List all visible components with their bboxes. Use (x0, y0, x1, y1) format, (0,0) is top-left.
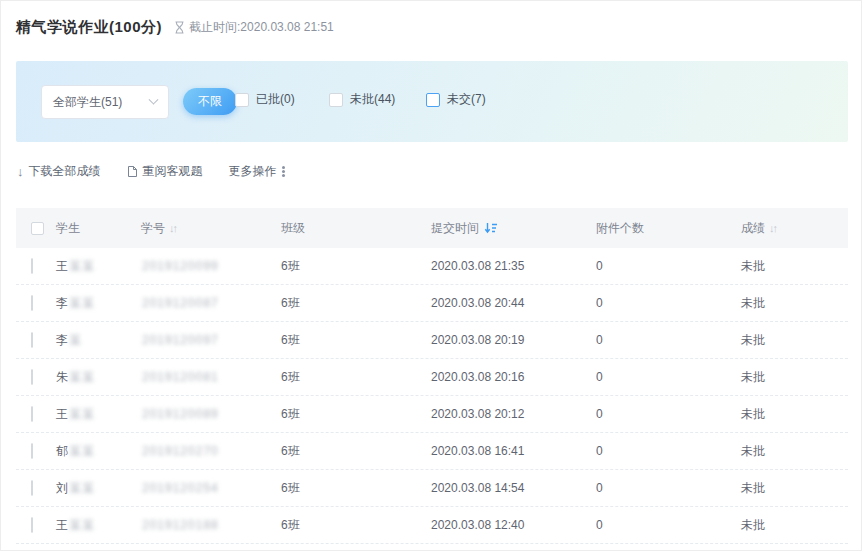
attachments-cell: 0 (596, 370, 741, 384)
filter-bar: 全部学生(51) 不限 已批(0) 未批(44) 未交(7) (16, 61, 848, 142)
student-id-cell: 2019120254 (141, 481, 281, 495)
student-id-cell: 2019120081 (141, 370, 281, 384)
student-name-cell: 郁某某 (56, 443, 141, 460)
select-all-checkbox[interactable] (31, 222, 44, 235)
column-header-grade[interactable]: 成绩 ↓↑ (741, 220, 848, 237)
column-header-student: 学生 (56, 220, 141, 237)
more-vertical-icon (282, 166, 285, 169)
submit-time-cell: 2020.03.08 14:54 (431, 481, 596, 495)
attachments-cell: 0 (596, 259, 741, 273)
page-title: 精气学说作业(100分) (16, 18, 162, 37)
checkbox-ungraded[interactable]: 未批(44) (329, 91, 395, 108)
student-id-cell: 2019120099 (141, 259, 281, 273)
class-cell: 6班 (281, 517, 431, 534)
chevron-down-icon (149, 94, 159, 104)
student-filter-dropdown[interactable]: 全部学生(51) (41, 85, 169, 119)
download-all-grades-label: 下载全部成绩 (29, 163, 101, 180)
class-cell: 6班 (281, 332, 431, 349)
submit-time-cell: 2020.03.08 20:19 (431, 333, 596, 347)
student-name-cell: 王某某 (56, 406, 141, 423)
column-header-student-id[interactable]: 学号 ↓↑ (141, 220, 281, 237)
submit-time-cell: 2020.03.08 21:35 (431, 259, 596, 273)
row-checkbox[interactable] (31, 369, 33, 385)
submit-time-cell: 2020.03.08 12:40 (431, 518, 596, 532)
student-filter-value: 全部学生(51) (53, 94, 122, 111)
submit-time-cell: 2020.03.08 20:12 (431, 407, 596, 421)
student-name-cell: 王某某 (56, 258, 141, 275)
student-name-cell: 李某 (56, 332, 141, 349)
class-cell: 6班 (281, 443, 431, 460)
row-checkbox[interactable] (31, 258, 33, 274)
column-header-submit-time[interactable]: 提交时间 (431, 220, 596, 237)
checkbox-graded-box[interactable] (235, 93, 249, 107)
toolbar: ↓ 下载全部成绩 重阅客观题 更多操作 (17, 163, 285, 180)
sort-icon-student-id[interactable]: ↓↑ (169, 222, 178, 234)
attachments-cell: 0 (596, 333, 741, 347)
submit-time-cell: 2020.03.08 20:44 (431, 296, 596, 310)
table-row[interactable]: 郁某某 2019120270 6班 2020.03.08 16:41 0 未批 (16, 433, 848, 470)
table-row[interactable]: 王某某 2019120188 6班 2020.03.08 12:40 0 未批 (16, 507, 848, 544)
class-cell: 6班 (281, 369, 431, 386)
grade-cell: 未批 (741, 258, 848, 275)
student-id-cell: 2019120089 (141, 407, 281, 421)
student-name-cell: 刘某某 (56, 480, 141, 497)
page-header: 精气学说作业(100分) 截止时间:2020.03.08 21:51 (16, 18, 334, 37)
column-header-attachments: 附件个数 (596, 220, 741, 237)
grade-cell: 未批 (741, 443, 848, 460)
student-id-cell: 2019120097 (141, 333, 281, 347)
submissions-table: 学生 学号 ↓↑ 班级 提交时间 附件个数 (16, 208, 848, 544)
grade-cell: 未批 (741, 406, 848, 423)
grade-cell: 未批 (741, 369, 848, 386)
row-checkbox[interactable] (31, 332, 33, 348)
table-row[interactable]: 王某某 2019120099 6班 2020.03.08 21:35 0 未批 (16, 248, 848, 285)
assignment-grading-page: 精气学说作业(100分) 截止时间:2020.03.08 21:51 全部学生(… (0, 0, 862, 551)
table-row[interactable]: 刘某某 2019120254 6班 2020.03.08 14:54 0 未批 (16, 470, 848, 507)
checkbox-graded[interactable]: 已批(0) (235, 91, 295, 108)
attachments-cell: 0 (596, 444, 741, 458)
table-row[interactable]: 王某某 2019120089 6班 2020.03.08 20:12 0 未批 (16, 396, 848, 433)
class-cell: 6班 (281, 258, 431, 275)
grade-cell: 未批 (741, 517, 848, 534)
download-all-grades-link[interactable]: ↓ 下载全部成绩 (17, 163, 101, 180)
checkbox-ungraded-label: 未批(44) (350, 91, 395, 108)
row-checkbox[interactable] (31, 480, 33, 496)
class-cell: 6班 (281, 480, 431, 497)
table-row[interactable]: 李某 2019120097 6班 2020.03.08 20:19 0 未批 (16, 322, 848, 359)
table-body: 王某某 2019120099 6班 2020.03.08 21:35 0 未批 … (16, 248, 848, 544)
checkbox-unsubmitted-label: 未交(7) (447, 91, 486, 108)
row-checkbox[interactable] (31, 406, 33, 422)
no-limit-button[interactable]: 不限 (183, 88, 237, 115)
table-row[interactable]: 李某某 2019120087 6班 2020.03.08 20:44 0 未批 (16, 285, 848, 322)
sort-desc-active-icon[interactable] (484, 222, 498, 234)
checkbox-unsubmitted[interactable]: 未交(7) (426, 91, 486, 108)
deadline-text: 截止时间:2020.03.08 21:51 (189, 19, 334, 36)
row-checkbox[interactable] (31, 517, 33, 533)
student-id-cell: 2019120188 (141, 518, 281, 532)
table-row[interactable]: 朱某某 2019120081 6班 2020.03.08 20:16 0 未批 (16, 359, 848, 396)
row-checkbox[interactable] (31, 295, 33, 311)
deadline: 截止时间:2020.03.08 21:51 (174, 19, 334, 36)
student-name-cell: 王某某 (56, 517, 141, 534)
attachments-cell: 0 (596, 296, 741, 310)
grade-cell: 未批 (741, 480, 848, 497)
more-actions-label: 更多操作 (229, 163, 277, 180)
more-actions-link[interactable]: 更多操作 (229, 163, 285, 180)
student-name-cell: 李某某 (56, 295, 141, 312)
download-icon: ↓ (17, 165, 24, 178)
sort-icon-grade[interactable]: ↓↑ (769, 222, 778, 234)
student-id-cell: 2019120270 (141, 444, 281, 458)
review-objective-link[interactable]: 重阅客观题 (127, 163, 203, 180)
checkbox-graded-label: 已批(0) (256, 91, 295, 108)
grade-cell: 未批 (741, 295, 848, 312)
checkbox-ungraded-box[interactable] (329, 93, 343, 107)
document-icon (127, 165, 138, 178)
submit-time-cell: 2020.03.08 16:41 (431, 444, 596, 458)
row-checkbox[interactable] (31, 443, 33, 459)
class-cell: 6班 (281, 295, 431, 312)
student-name-cell: 朱某某 (56, 369, 141, 386)
column-header-class: 班级 (281, 220, 431, 237)
attachments-cell: 0 (596, 481, 741, 495)
checkbox-unsubmitted-box[interactable] (426, 93, 440, 107)
class-cell: 6班 (281, 406, 431, 423)
student-id-cell: 2019120087 (141, 296, 281, 310)
